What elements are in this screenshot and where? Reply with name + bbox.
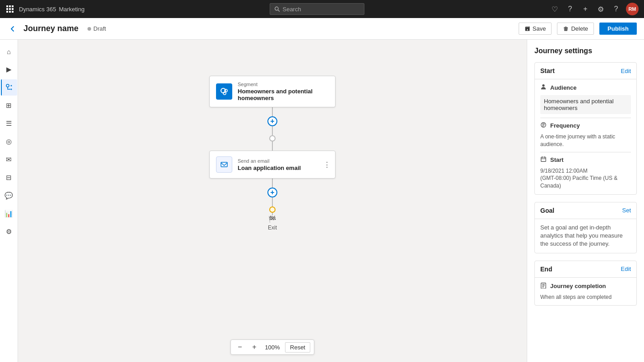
status-label: Draft <box>93 25 106 32</box>
start-section-body: Audience Homeowners and potential homeow… <box>535 79 636 194</box>
grid-menu-icon[interactable] <box>5 5 14 14</box>
zoom-controls: − + 100% Reset <box>230 339 314 355</box>
toolbar: Journey name Draft Save Delete Publish <box>0 18 644 40</box>
search-input[interactable] <box>282 6 359 13</box>
add-step-2[interactable]: + <box>267 188 277 197</box>
sidebar-item-leads[interactable]: ◎ <box>1 133 17 150</box>
delete-button[interactable]: Delete <box>557 23 594 35</box>
add-step-1[interactable]: + <box>267 116 277 126</box>
line-1b <box>272 126 273 135</box>
svg-rect-5 <box>12 8 14 10</box>
goal-section-header: Goal Set <box>535 202 636 219</box>
svg-point-11 <box>6 84 9 87</box>
segment-node-text: Segment Homeowners and potential homeown… <box>238 82 329 101</box>
app-brand: Dynamics 365 Marketing <box>19 6 84 13</box>
email-node-more[interactable]: ⋮ <box>323 160 331 169</box>
svg-point-18 <box>542 84 544 87</box>
panel-goal-section: Goal Set Set a goal and get in-depth ana… <box>534 202 637 253</box>
start-time-row: Start <box>540 156 631 164</box>
panel-start-section: Start Edit Audience Homeowners and poten… <box>534 62 637 195</box>
email-node-label: Send an email <box>238 158 301 164</box>
completion-label: Journey completion <box>550 283 606 289</box>
segment-node-title: Homeowners and potential homeowners <box>238 88 329 101</box>
frequency-value: A one-time journey with a static audienc… <box>540 133 631 148</box>
svg-rect-6 <box>6 11 8 13</box>
connector-1: + <box>267 107 277 151</box>
frequency-label: Frequency <box>550 122 580 129</box>
svg-line-10 <box>278 9 280 11</box>
panel-end-section: End Edit Journey completion When all ste… <box>534 261 637 306</box>
settings-icon[interactable]: ⚙ <box>595 4 606 14</box>
end-section-header: End Edit <box>535 261 636 278</box>
start-datetime: 9/18/2021 12:00AM (GMT-08:00) Pacific Ti… <box>540 167 631 190</box>
sidebar-item-home[interactable]: ⌂ <box>1 43 17 60</box>
help-icon[interactable]: ? <box>565 4 575 14</box>
end-section-title: End <box>540 266 552 273</box>
audience-value: Homeowners and potential homeowners <box>540 95 631 114</box>
draft-dot <box>87 27 91 31</box>
avatar[interactable]: RM <box>626 3 639 15</box>
svg-rect-2 <box>12 5 14 7</box>
zoom-reset-button[interactable]: Reset <box>285 342 310 353</box>
segment-node-label: Segment <box>238 82 329 87</box>
back-button[interactable] <box>7 23 18 34</box>
sidebar-item-analytics[interactable]: 📊 <box>1 206 17 222</box>
start-section-title: Start <box>540 67 555 74</box>
feedback-icon[interactable]: ♡ <box>549 4 560 14</box>
start-value: 9/18/2021 12:00AM <box>540 168 588 174</box>
goal-section-body: Set a goal and get in-depth analytics th… <box>535 219 636 253</box>
zoom-out-button[interactable]: − <box>235 342 245 353</box>
sidebar-item-filter[interactable]: ☰ <box>1 115 17 132</box>
svg-rect-17 <box>221 162 227 167</box>
question-icon[interactable]: ? <box>611 4 621 14</box>
exit-flag-icon: 🏁 <box>268 215 276 223</box>
sidebar-item-settings2[interactable]: ⚙ <box>1 224 17 240</box>
svg-rect-3 <box>6 8 8 10</box>
sidebar-item-journeys[interactable] <box>1 79 17 96</box>
sidebar-item-mail[interactable]: ✉ <box>1 151 17 168</box>
sidebar-item-forms[interactable]: ⊟ <box>1 170 17 186</box>
email-node[interactable]: Send an email Loan application email ⋮ <box>209 151 336 179</box>
goal-description: Set a goal and get in-depth analytics th… <box>540 224 631 248</box>
segment-node[interactable]: Segment Homeowners and potential homeown… <box>209 76 336 107</box>
save-button[interactable]: Save <box>519 23 552 35</box>
canvas-area: Segment Homeowners and potential homeown… <box>18 40 527 362</box>
frequency-icon <box>540 122 547 129</box>
line-1c <box>272 142 273 151</box>
audience-row: Audience <box>540 84 631 92</box>
start-label: Start <box>550 156 564 163</box>
line-1a <box>272 107 273 116</box>
search-box[interactable] <box>270 3 364 15</box>
line-2b <box>272 197 273 206</box>
svg-rect-1 <box>9 5 11 7</box>
end-edit-link[interactable]: Edit <box>621 266 631 272</box>
goal-set-link[interactable]: Set <box>622 207 631 214</box>
sidebar-item-play[interactable]: ▶ <box>1 61 17 78</box>
svg-rect-8 <box>12 11 14 13</box>
start-edit-link[interactable]: Edit <box>621 68 631 74</box>
svg-rect-4 <box>9 8 11 10</box>
exit-node: 🏁 Exit <box>268 215 277 231</box>
main-layout: ⌂ ▶ ⊞ ☰ ◎ ✉ ⊟ 💬 📊 ⚙ <box>0 40 644 362</box>
sidebar-item-segments[interactable]: ⊞ <box>1 97 17 114</box>
end-section-body: Journey completion When all steps are co… <box>535 278 636 306</box>
svg-rect-0 <box>6 5 8 7</box>
completion-value: When all steps are completed <box>540 293 631 301</box>
panel-title: Journey settings <box>534 47 637 55</box>
email-node-text: Send an email Loan application email <box>238 158 301 171</box>
add-icon[interactable]: + <box>580 4 591 14</box>
segment-icon <box>216 83 232 100</box>
module-name: Marketing <box>59 6 84 13</box>
email-icon <box>216 156 232 173</box>
sidebar-item-chat[interactable]: 💬 <box>1 188 17 204</box>
page-title: Journey name <box>23 24 78 33</box>
right-panel: Journey settings Start Edit Audience Hom… <box>527 40 644 362</box>
top-nav-actions: ♡ ? + ⚙ ? RM <box>549 3 639 15</box>
publish-button[interactable]: Publish <box>599 23 637 35</box>
svg-point-13 <box>10 89 12 90</box>
circle-2 <box>269 206 276 213</box>
frequency-row: Frequency <box>540 122 631 129</box>
line-2a <box>272 179 273 188</box>
audience-label: Audience <box>550 84 577 91</box>
zoom-in-button[interactable]: + <box>249 342 260 353</box>
